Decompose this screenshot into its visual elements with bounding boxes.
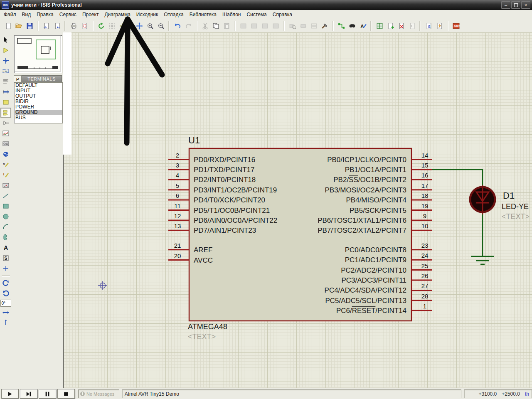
device-pins-mode-button[interactable]	[0, 118, 11, 128]
menu-item-6[interactable]: Диаграмма	[101, 10, 133, 19]
status-bar: i No Messages Atmel AVR Tiny15 Demo +310…	[0, 388, 532, 399]
pin-label: PC5/ADC5/SCL/PCINT13	[325, 297, 406, 305]
new-file-button[interactable]	[2, 20, 13, 31]
print-button[interactable]	[68, 20, 79, 31]
text-2d-mode-button[interactable]: A	[0, 243, 11, 253]
restore-button[interactable]	[511, 1, 520, 9]
copy-button[interactable]	[210, 20, 221, 31]
path-2d-mode-button[interactable]	[0, 232, 11, 242]
menu-item-11[interactable]: Система	[244, 10, 269, 19]
graph-mode-button[interactable]	[0, 128, 11, 138]
svg-text:×: ×	[400, 23, 403, 29]
voltage-probe-mode-button[interactable]: V	[0, 160, 11, 170]
menu-item-1[interactable]: Файл	[1, 10, 19, 19]
text-script-mode-icon	[2, 78, 9, 85]
generator-mode-button[interactable]	[0, 149, 11, 159]
current-probe-mode-button[interactable]: I	[0, 170, 11, 180]
subcircuit-mode-button[interactable]	[0, 97, 11, 107]
menu-item-5[interactable]: Проект	[79, 10, 102, 19]
line-2d-mode-button[interactable]	[0, 191, 11, 201]
toolcol-separator	[2, 275, 10, 277]
menu-item-3[interactable]: Правка	[34, 10, 57, 19]
step-button[interactable]	[20, 389, 37, 399]
close-button[interactable]: ×	[521, 1, 530, 9]
electrical-check-button[interactable]	[434, 20, 445, 31]
toggle-grid-button[interactable]	[106, 20, 117, 31]
view-script-button[interactable]: S	[423, 20, 434, 31]
mark-print-area-button[interactable]	[79, 20, 90, 31]
wire-autorouter-button[interactable]	[336, 20, 347, 31]
remove-sheet-button[interactable]: ×	[396, 20, 406, 31]
zoom-out-button[interactable]	[155, 20, 166, 31]
undo-button[interactable]	[172, 20, 183, 31]
export-section-button[interactable]	[52, 20, 62, 31]
chip-body[interactable]	[189, 148, 411, 321]
import-section-button[interactable]	[41, 20, 52, 31]
coord-y: +2500.0	[502, 391, 520, 397]
bus-mode-button[interactable]	[0, 87, 11, 97]
mirror-vertical-button[interactable]	[0, 318, 11, 328]
arc-2d-mode-button[interactable]	[0, 222, 11, 232]
play-button[interactable]	[1, 389, 19, 399]
menu-item-12[interactable]: Справка	[270, 10, 295, 19]
netlist-to-ares-icon: ARES	[453, 22, 460, 30]
wire-pb1-to-led[interactable]	[432, 170, 483, 187]
menu-item-8[interactable]: Отладка	[161, 10, 186, 19]
menu-item-4[interactable]: Сервис	[57, 10, 79, 19]
netlist-to-ares-button[interactable]: ARES	[451, 20, 461, 31]
redraw-button[interactable]	[96, 20, 106, 31]
rotation-angle-field[interactable]: 0°	[0, 300, 11, 307]
new-file-icon	[5, 22, 12, 30]
zoom-in-button[interactable]	[145, 20, 155, 31]
selection-mode-button[interactable]	[0, 35, 11, 45]
rotate-clockwise-icon	[2, 280, 9, 286]
text-2d-mode-icon: A	[2, 244, 9, 251]
pin-label: PB0/ICP1/CLKO/PCINT0	[327, 156, 406, 164]
open-file-button[interactable]	[13, 20, 24, 31]
virtual-instruments-mode-button[interactable]	[0, 180, 11, 190]
toolbar-group-13: ARES	[449, 20, 463, 31]
pan-center-button[interactable]	[134, 20, 145, 31]
terminal-item-bus[interactable]: BUS	[14, 115, 62, 121]
box-2d-mode-button[interactable]	[0, 201, 11, 211]
text-script-mode-button[interactable]	[0, 76, 11, 86]
pin-number: 14	[421, 152, 429, 159]
design-explorer-button[interactable]	[374, 20, 385, 31]
save-file-button[interactable]	[24, 20, 35, 31]
pause-button[interactable]	[39, 389, 56, 399]
component-mode-button[interactable]	[0, 45, 11, 55]
pin-label: PD5/T1/OC0B/PCINT21	[194, 207, 270, 214]
stop-button[interactable]	[57, 389, 75, 399]
decompose-button[interactable]	[319, 20, 330, 31]
terminals-mode-button[interactable]	[0, 108, 11, 118]
new-sheet-button[interactable]	[385, 20, 396, 31]
overview-minimap[interactable]	[14, 35, 62, 73]
property-assignment-button[interactable]: A	[357, 20, 368, 31]
pin-label: PB5/SCK/PCINT5	[350, 207, 406, 214]
wire-label-mode-icon: LBL	[2, 68, 9, 74]
wire-label-mode-button[interactable]: LBL	[0, 66, 11, 76]
menu-item-9[interactable]: Библиотека	[187, 10, 219, 19]
mirror-horizontal-button[interactable]	[0, 308, 11, 318]
junction-dot-mode-button[interactable]	[0, 56, 11, 66]
rotate-clockwise-button[interactable]	[0, 278, 11, 288]
toolbar-group-8	[236, 20, 282, 31]
false-origin-button[interactable]	[117, 20, 128, 31]
svg-text:ARES: ARES	[453, 25, 459, 27]
tape-recorder-mode-button[interactable]	[0, 139, 11, 149]
led-component[interactable]	[470, 185, 495, 214]
ground-symbol[interactable]	[471, 256, 494, 264]
menu-item-2[interactable]: Вид	[19, 10, 34, 19]
search-tag-button[interactable]	[347, 20, 357, 31]
circle-2d-mode-button[interactable]	[0, 212, 11, 222]
menu-item-7[interactable]: Исходник	[133, 10, 161, 19]
menu-item-10[interactable]: Шаблон	[219, 10, 244, 19]
toolbar-group-4	[94, 20, 129, 31]
svg-text:A: A	[4, 244, 8, 251]
symbol-2d-mode-button[interactable]: S	[0, 253, 11, 263]
rotate-anticlockwise-button[interactable]	[0, 288, 11, 298]
marker-2d-mode-button[interactable]	[0, 264, 11, 273]
subcircuit-mode-icon	[2, 99, 9, 106]
chip-value: ATMEGA48	[188, 323, 227, 331]
minimize-button[interactable]: –	[501, 1, 510, 9]
